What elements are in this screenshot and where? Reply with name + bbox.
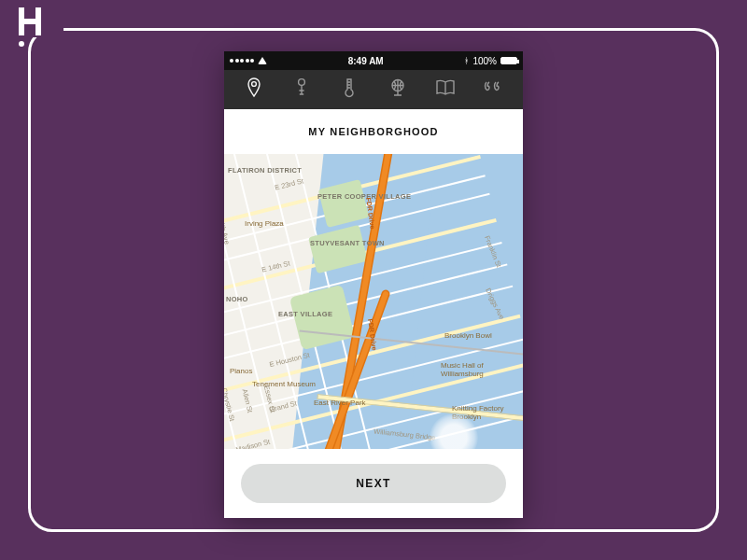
thermometer-icon	[343, 77, 356, 102]
page-title: MY NEIGHBORGHOOD	[308, 126, 438, 137]
toolbar-thermometer[interactable]	[331, 71, 368, 108]
toolbar-quotes[interactable]	[474, 71, 512, 108]
battery-icon	[500, 57, 517, 64]
footer: NEXT	[224, 449, 523, 518]
toolbar-book[interactable]	[427, 71, 464, 108]
globe-icon	[388, 77, 407, 102]
toolbar-globe[interactable]	[379, 71, 416, 108]
pin-icon	[246, 77, 262, 102]
book-icon	[435, 79, 456, 100]
key-icon	[293, 77, 310, 102]
map-view[interactable]: FLATIRON DISTRICT PETER COOPER VILLAGE S…	[224, 154, 523, 449]
signal-dots-icon	[230, 59, 254, 63]
battery-pct: 100%	[472, 56, 497, 66]
top-toolbar	[224, 70, 523, 109]
next-button[interactable]: NEXT	[241, 464, 506, 503]
bluetooth-icon: ᚼ	[464, 56, 469, 65]
svg-point-0	[251, 82, 256, 87]
status-time: 8:49 AM	[267, 56, 464, 66]
toolbar-pin[interactable]	[235, 71, 273, 108]
map-street-grid	[224, 154, 523, 449]
svg-point-1	[299, 79, 305, 86]
status-bar: 8:49 AM ᚼ 100%	[224, 51, 523, 70]
phone-mockup: 8:49 AM ᚼ 100%	[224, 51, 523, 518]
toolbar-key[interactable]	[283, 71, 320, 108]
quotes-icon	[483, 80, 503, 99]
page-header: MY NEIGHBORGHOOD	[224, 109, 523, 154]
wifi-icon	[258, 57, 267, 64]
logo-h	[19, 7, 47, 43]
